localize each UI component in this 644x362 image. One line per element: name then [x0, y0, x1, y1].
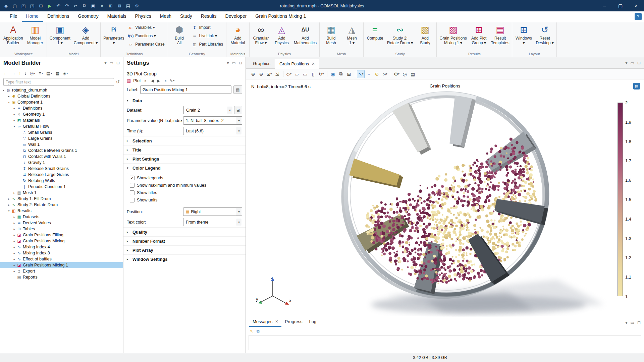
add-plot-group-button[interactable]: ⊞Add Plot Group ▾: [469, 23, 489, 51]
tree-item-contact-with-walls-1[interactable]: ⊓Contact with Walls 1: [0, 154, 123, 160]
menu-tab-materials[interactable]: Materials: [103, 11, 131, 22]
application-builder-button[interactable]: AApplication Builder: [2, 23, 25, 51]
tree-expander-icon[interactable]: ▸: [12, 252, 16, 255]
pointer-icon[interactable]: ↖: [250, 329, 253, 334]
menu-tab-study[interactable]: Study: [176, 11, 197, 22]
zoom-extents-icon[interactable]: ⇲: [273, 70, 281, 78]
tree-item-grain-positions-mixing[interactable]: ▸◪Grain Positions Mixing: [0, 238, 123, 244]
show-options-icon[interactable]: ◎▾: [30, 71, 35, 76]
plot-button[interactable]: Plot: [133, 78, 141, 83]
tree-item-grain-positions-filling[interactable]: ▸◪Grain Positions Filling: [0, 232, 123, 238]
dataset-combo[interactable]: Grain 2 ▾: [183, 106, 233, 114]
view-zx-icon[interactable]: ▯: [309, 70, 317, 78]
close-tab-icon[interactable]: ✕: [275, 319, 278, 324]
go-previous-icon[interactable]: ←: [3, 71, 8, 76]
collapse-panel-icon[interactable]: ⊟: [116, 61, 120, 65]
tree-expander-icon[interactable]: ▸: [12, 222, 16, 225]
plot-last-icon[interactable]: ⇥: [163, 78, 166, 83]
section-color-legend[interactable]: ▾ Color Legend: [123, 163, 246, 172]
tree-item-rotating-walls[interactable]: ↻Rotating Walls: [0, 178, 123, 184]
tree-item-export[interactable]: ▸↥Export: [0, 268, 123, 274]
part-libraries-button[interactable]: ◫Part Libraries: [191, 41, 224, 48]
component-1-button[interactable]: ▣Component 1 ▾: [48, 23, 72, 51]
tree-item-effect-of-baffles[interactable]: ▸∿Effect of baffles: [0, 256, 123, 262]
open-file-icon[interactable]: ◰: [19, 1, 28, 10]
image-grid-icon[interactable]: ⊞: [345, 70, 353, 78]
reset-desktop-button[interactable]: ↺Reset Desktop ▾: [534, 23, 555, 51]
add-physics-button[interactable]: ◬Add Physics: [271, 23, 292, 51]
tree-expander-icon[interactable]: ▾: [7, 101, 11, 104]
tree-item-granular-flow[interactable]: ▾∞Granular Flow: [0, 123, 123, 129]
tree-item-mixing-index-8[interactable]: ▸∿Mixing Index,8: [0, 250, 123, 256]
delete-icon[interactable]: ×: [98, 1, 106, 10]
float-panel-icon[interactable]: ▭: [232, 61, 236, 65]
print-icon[interactable]: ⊟: [37, 1, 45, 10]
tree-expander-icon[interactable]: ▸: [12, 113, 16, 116]
tree-expander-icon[interactable]: ▸: [12, 270, 16, 273]
section-data[interactable]: ▾ Data: [123, 96, 246, 105]
section-plot-settings[interactable]: ▸Plot Settings: [123, 154, 246, 163]
menu-tab-developer[interactable]: Developer: [221, 11, 251, 22]
plot-previous-icon[interactable]: ◀: [151, 78, 154, 83]
tree-expander-icon[interactable]: ▾: [7, 209, 11, 213]
settings-icon[interactable]: ⚙: [133, 1, 141, 10]
tree-expander-icon[interactable]: ▸: [7, 95, 11, 98]
tag-display-icon[interactable]: ◈▾: [63, 71, 68, 76]
windows-button[interactable]: ⊞Windows ▾: [513, 23, 534, 51]
filter-refresh-icon[interactable]: ↺: [116, 79, 120, 84]
tree-expander-icon[interactable]: ▸: [12, 119, 16, 122]
tree-item-datasets[interactable]: ▸▦Datasets: [0, 214, 123, 220]
livelink-button[interactable]: ∞LiveLink ▾: [191, 32, 224, 40]
snapshot-icon[interactable]: ◎: [401, 70, 409, 78]
table-icon[interactable]: ⊞: [107, 1, 115, 10]
tree-item-small-grains[interactable]: ∴Small Grains: [0, 129, 123, 135]
mesh-1-button[interactable]: ◮Mesh 1 ▾: [341, 23, 362, 51]
tree-item-study-2-rotate-drum[interactable]: ▸∿Study 2: Rotate Drum: [0, 202, 123, 208]
tree-item-periodic-condition-1[interactable]: ∥Periodic Condition 1: [0, 184, 123, 190]
line-style-icon[interactable]: ✎▾: [169, 78, 174, 83]
close-button[interactable]: ×: [628, 0, 644, 11]
chevron-down-icon[interactable]: ▾: [227, 61, 229, 65]
collapse-panel-icon[interactable]: ⊟: [637, 61, 641, 65]
plot-next-icon[interactable]: ▶: [157, 78, 160, 83]
model-manager-button[interactable]: ▥Model Manager: [25, 23, 46, 51]
window-icon[interactable]: ⊠: [115, 1, 123, 10]
result-templates-button[interactable]: ▤Result Templates: [489, 23, 511, 51]
tree-item-derived-values[interactable]: ▸≑Derived Values: [0, 220, 123, 226]
parameter-value-combo[interactable]: 1: N_baf=8, index=2 ▾: [183, 116, 242, 125]
paste-icon[interactable]: ▣: [89, 1, 97, 10]
tree-expander-icon[interactable]: ▸: [12, 258, 16, 261]
tree-expander-icon[interactable]: ▾: [1, 89, 6, 92]
table-view-icon[interactable]: ▦: [55, 71, 59, 76]
3d-glasses-icon[interactable]: ∞▾: [381, 70, 389, 78]
tree-item-rotating-drum-mph[interactable]: ▾◍rotating_drum.mph: [0, 87, 123, 93]
parameter-case-button[interactable]: ▱Parameter Case: [127, 41, 165, 48]
dataset-properties-button[interactable]: ⊞: [234, 106, 242, 114]
save-icon[interactable]: ◳: [28, 1, 36, 10]
float-panel-icon[interactable]: ▭: [631, 61, 634, 65]
add-component-button[interactable]: ◈Add Component ▾: [72, 23, 99, 51]
checkbox-show-legends[interactable]: ✓Show legends: [127, 174, 242, 182]
tree-item-grain-positions-mixing-1[interactable]: ▸◪Grain Positions Mixing 1: [0, 262, 123, 268]
menu-tab-geometry[interactable]: Geometry: [73, 11, 103, 22]
minimize-button[interactable]: –: [597, 0, 612, 11]
tree-item-contact-between-grains-1[interactable]: ⧉Contact Between Grains 1: [0, 147, 123, 154]
tree-item-study-1-fill-drum[interactable]: ▸∿Study 1: Fill Drum: [0, 196, 123, 202]
section-window-settings[interactable]: ▸Window Settings: [123, 254, 246, 263]
chevron-down-icon[interactable]: ▾: [626, 61, 628, 65]
tree-item-large-grains[interactable]: ∵Large Grains: [0, 135, 123, 141]
position-combo[interactable]: ▦ Right ▾: [183, 207, 242, 216]
section-quality[interactable]: ▸Quality: [123, 227, 246, 236]
filter-input[interactable]: [3, 78, 114, 86]
tab-log[interactable]: Log: [306, 317, 320, 327]
tree-item-global-definitions[interactable]: ▸⊕Global Definitions: [0, 93, 123, 99]
zoom-out-icon[interactable]: ⊖: [257, 70, 265, 78]
rotate-view-icon[interactable]: ↻▾: [317, 70, 325, 78]
tree-item-materials[interactable]: ▸◩Materials: [0, 117, 123, 123]
chevron-down-icon[interactable]: ▾: [626, 320, 628, 325]
study-2-rotate-drum-button[interactable]: ∾Study 2: Rotate Drum ▾: [385, 23, 415, 51]
variables-button[interactable]: a=Variables ▾: [127, 24, 165, 31]
menu-tab-file[interactable]: File: [5, 11, 22, 22]
comsol-logo-icon[interactable]: ◆: [2, 1, 10, 10]
lock-view-icon[interactable]: ⊙: [373, 70, 381, 78]
